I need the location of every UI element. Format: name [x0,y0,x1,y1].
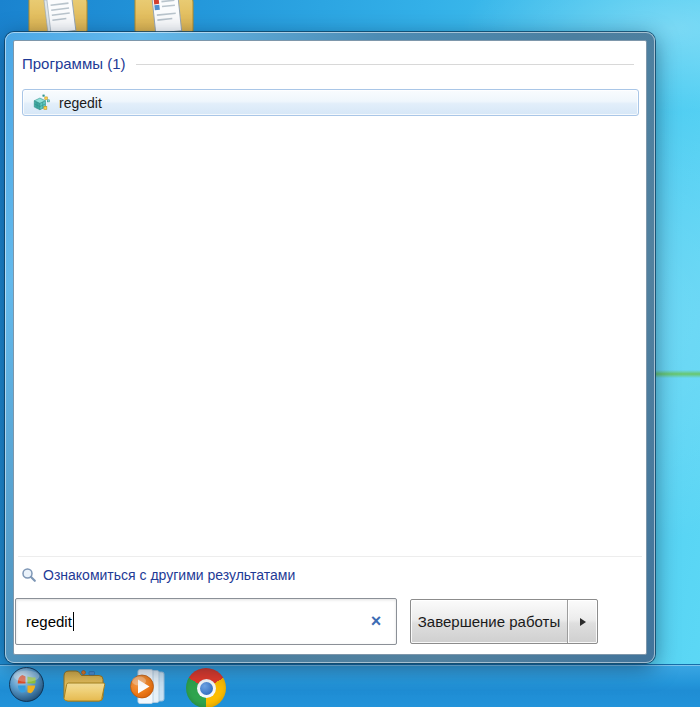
windows-media-player-icon [127,668,169,705]
clear-search-button[interactable]: × [365,599,387,644]
programs-section-header: Программы (1) [22,55,634,72]
search-icon [21,567,37,583]
section-divider [136,64,634,65]
shutdown-options-arrow[interactable] [568,600,597,643]
start-orb-icon [8,666,45,703]
shutdown-split-button: Завершение работы [410,599,598,644]
taskbar-item-explorer[interactable] [61,665,107,706]
right-arrow-icon [580,618,586,626]
search-input-value: regedit [26,613,72,630]
search-result-regedit[interactable]: regedit [22,89,639,116]
start-button[interactable] [8,666,45,703]
chrome-icon-center [200,682,213,695]
explorer-folder-icon [61,665,107,706]
search-input[interactable]: regedit × [15,598,397,645]
regedit-icon [32,94,50,112]
text-caret [73,612,74,631]
see-more-results-link[interactable]: Ознакомиться с другими результатами [21,563,634,587]
taskbar [0,664,700,707]
start-menu-results-area: Программы (1) regedit [13,40,647,655]
see-more-results-label: Ознакомиться с другими результатами [43,567,295,583]
results-bottom-divider [18,556,642,557]
taskbar-item-chrome[interactable] [186,668,226,707]
chrome-icon [186,668,226,707]
taskbar-item-media-player[interactable] [127,668,169,705]
result-label: regedit [59,95,102,111]
programs-header-label: Программы (1) [22,55,126,72]
shutdown-button[interactable]: Завершение работы [411,600,568,643]
start-menu-panel: Программы (1) regedit [5,32,655,663]
